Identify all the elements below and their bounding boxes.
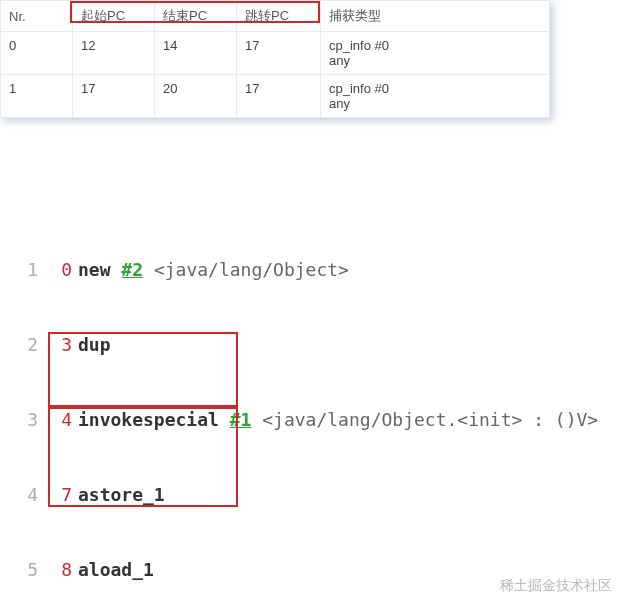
code-line[interactable]: 10new #2 <java/lang/Object> (10, 257, 622, 282)
cell-end: 14 (155, 32, 237, 75)
instruction: new #2 <java/lang/Object> (78, 257, 349, 282)
cell-nr: 1 (1, 75, 73, 118)
cell-type: cp_info #0any (321, 75, 550, 118)
table-row[interactable]: 0 12 14 17 cp_info #0any (1, 32, 550, 75)
pc-value: 0 (44, 257, 78, 282)
col-end-pc: 结束PC (155, 1, 237, 32)
watermark: 稀土掘金技术社区 (500, 577, 612, 595)
line-number: 1 (10, 257, 44, 282)
col-start-pc: 起始PC (73, 1, 155, 32)
cell-start: 12 (73, 32, 155, 75)
cell-type: cp_info #0any (321, 32, 550, 75)
code-line[interactable]: 34invokespecial #1 <java/lang/Object.<in… (10, 407, 622, 432)
exception-table: Nr. 起始PC 结束PC 跳转PC 捕获类型 0 12 14 17 cp_in… (0, 0, 550, 118)
col-catch-type: 捕获类型 (321, 1, 550, 32)
col-jump-pc: 跳转PC (237, 1, 321, 32)
code-line[interactable]: 23dup (10, 332, 622, 357)
bytecode-listing: 10new #2 <java/lang/Object> 23dup 34invo… (10, 132, 622, 601)
table-row[interactable]: 1 17 20 17 cp_info #0any (1, 75, 550, 118)
cell-jump: 17 (237, 75, 321, 118)
cell-jump: 17 (237, 32, 321, 75)
cp-ref[interactable]: #1 (230, 409, 252, 430)
cell-end: 20 (155, 75, 237, 118)
cell-start: 17 (73, 75, 155, 118)
col-nr: Nr. (1, 1, 73, 32)
cell-nr: 0 (1, 32, 73, 75)
code-line[interactable]: 47astore_1 (10, 482, 622, 507)
cp-ref[interactable]: #2 (121, 259, 143, 280)
